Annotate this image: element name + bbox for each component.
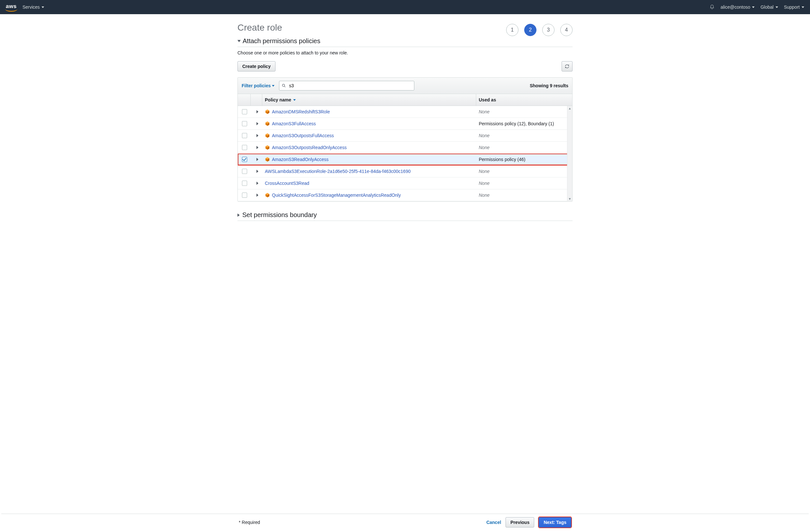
policy-cube-icon — [265, 121, 270, 126]
policy-checkbox[interactable] — [242, 133, 247, 138]
policy-row: AWSLambdaS3ExecutionRole-2a1d6e50-25f5-4… — [238, 166, 572, 178]
policy-name-link[interactable]: AmazonS3OutpostsReadOnlyAccess — [272, 145, 347, 150]
section-attach-title: Attach permissions policies — [243, 37, 320, 45]
nav-region-label: Global — [760, 4, 773, 10]
section-boundary-header[interactable]: Set permissions boundary — [238, 211, 572, 221]
nav-services-label: Services — [22, 4, 40, 10]
scrollbar[interactable]: ▲ ▼ — [567, 106, 572, 201]
nav-region[interactable]: Global — [760, 4, 778, 10]
section-attach-header[interactable]: Attach permissions policies — [238, 37, 572, 47]
policy-name-link[interactable]: QuickSightAccessForS3StorageManagementAn… — [272, 193, 401, 198]
policy-checkbox[interactable] — [242, 145, 247, 150]
used-as-cell: None — [476, 143, 566, 152]
used-as-cell: None — [476, 178, 566, 188]
section-boundary-title: Set permissions boundary — [242, 211, 317, 219]
caret-down-icon — [752, 6, 755, 8]
used-as-cell: Permissions policy (46) — [476, 154, 566, 164]
expand-icon[interactable] — [257, 122, 258, 125]
top-navbar: aws Services alice@contoso Global Suppor… — [0, 0, 810, 14]
policy-checkbox[interactable] — [242, 169, 247, 174]
policy-checkbox[interactable] — [242, 193, 247, 198]
wizard-step-3[interactable]: 3 — [542, 24, 554, 36]
nav-services[interactable]: Services — [22, 4, 45, 10]
policy-checkbox[interactable] — [242, 121, 247, 126]
policy-cube-icon — [265, 109, 270, 114]
col-used-as[interactable]: Used as — [476, 94, 566, 106]
create-policy-button[interactable]: Create policy — [238, 61, 275, 71]
caret-right-icon — [238, 214, 240, 217]
nav-support-label: Support — [784, 4, 800, 10]
refresh-button[interactable] — [562, 61, 572, 71]
used-as-cell: None — [476, 131, 566, 140]
filter-policies-label: Filter policies — [242, 83, 271, 88]
caret-down-icon — [801, 6, 804, 8]
chevron-down-icon — [272, 85, 275, 87]
aws-logo: aws — [6, 3, 17, 11]
used-as-cell: None — [476, 107, 566, 117]
policies-table-header: Policy name Used as — [238, 94, 572, 106]
policy-checkbox[interactable] — [242, 109, 247, 114]
caret-down-icon — [776, 6, 778, 8]
bell-icon — [710, 4, 715, 10]
policy-checkbox[interactable] — [242, 157, 247, 162]
policy-row: AmazonS3OutpostsFullAccessNone — [238, 130, 572, 142]
nav-support[interactable]: Support — [784, 4, 804, 10]
policy-name-link[interactable]: AmazonS3FullAccess — [272, 121, 316, 126]
policy-cube-icon — [265, 145, 270, 150]
used-as-cell: Permissions policy (12), Boundary (1) — [476, 119, 566, 129]
expand-icon[interactable] — [257, 110, 258, 113]
wizard-steps: 1234 — [506, 24, 572, 36]
svg-line-1 — [285, 86, 286, 87]
expand-icon[interactable] — [257, 158, 258, 161]
expand-icon[interactable] — [257, 194, 258, 197]
policy-name-link[interactable]: CrossAccountS3Read — [265, 181, 309, 186]
expand-icon[interactable] — [257, 134, 258, 137]
sort-caret-icon — [293, 99, 296, 101]
page-body: Create role 1234 Attach permissions poli… — [238, 14, 572, 247]
policies-table-body: AmazonDMSRedshiftS3RoleNoneAmazonS3FullA… — [238, 106, 572, 201]
notifications-button[interactable] — [710, 4, 715, 10]
policy-name-link[interactable]: AmazonS3ReadOnlyAccess — [272, 157, 329, 162]
expand-icon[interactable] — [257, 170, 258, 173]
policy-cube-icon — [265, 193, 270, 198]
policy-row: CrossAccountS3ReadNone — [238, 178, 572, 189]
nav-account[interactable]: alice@contoso — [720, 4, 755, 10]
caret-down-icon — [42, 6, 44, 8]
policy-row: AmazonS3FullAccessPermissions policy (12… — [238, 118, 572, 130]
wizard-step-4[interactable]: 4 — [560, 24, 572, 36]
results-count: Showing 9 results — [530, 83, 568, 88]
policy-cube-icon — [265, 133, 270, 138]
policy-name-link[interactable]: AWSLambdaS3ExecutionRole-2a1d6e50-25f5-4… — [265, 169, 410, 174]
policy-checkbox[interactable] — [242, 181, 247, 186]
refresh-icon — [565, 64, 570, 69]
nav-account-label: alice@contoso — [720, 4, 750, 10]
policy-row: AmazonS3OutpostsReadOnlyAccessNone — [238, 142, 572, 154]
policy-row: AmazonS3ReadOnlyAccessPermissions policy… — [238, 154, 572, 166]
policies-panel: Filter policies Showing 9 results Policy… — [238, 77, 572, 202]
wizard-step-2[interactable]: 2 — [524, 24, 536, 36]
policy-search-input[interactable] — [279, 81, 414, 90]
section-hint: Choose one or more policies to attach to… — [238, 50, 572, 55]
scroll-down-arrow[interactable]: ▼ — [568, 197, 571, 201]
used-as-cell: None — [476, 190, 566, 200]
expand-icon[interactable] — [257, 146, 258, 149]
wizard-step-1[interactable]: 1 — [506, 24, 518, 36]
policy-cube-icon — [265, 157, 270, 162]
policy-name-link[interactable]: AmazonS3OutpostsFullAccess — [272, 133, 334, 138]
policy-row: QuickSightAccessForS3StorageManagementAn… — [238, 189, 572, 201]
used-as-cell: None — [476, 166, 566, 176]
policy-row: AmazonDMSRedshiftS3RoleNone — [238, 106, 572, 118]
col-policy-name[interactable]: Policy name — [265, 97, 291, 102]
caret-down-icon — [238, 40, 241, 42]
svg-point-0 — [282, 84, 285, 86]
search-icon — [281, 83, 286, 88]
scroll-up-arrow[interactable]: ▲ — [568, 106, 571, 111]
filter-policies-dropdown[interactable]: Filter policies — [242, 83, 275, 88]
expand-icon[interactable] — [257, 182, 258, 185]
policy-name-link[interactable]: AmazonDMSRedshiftS3Role — [272, 109, 330, 114]
